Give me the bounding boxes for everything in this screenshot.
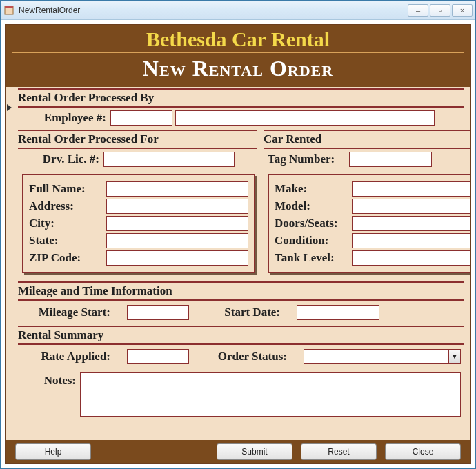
rate-applied-label: Rate Applied: bbox=[25, 350, 115, 363]
notes-input[interactable] bbox=[80, 372, 461, 417]
mileage-start-input[interactable] bbox=[127, 305, 189, 320]
mileage-start-label: Mileage Start: bbox=[25, 306, 115, 319]
tag-number-label: Tag Number: bbox=[268, 152, 349, 166]
maximize-button[interactable]: ▫ bbox=[430, 4, 450, 17]
city-input[interactable] bbox=[106, 216, 248, 231]
form-header: Bethesda Car Rental New Rental Order bbox=[6, 25, 470, 87]
make-label: Make: bbox=[275, 182, 352, 196]
close-button[interactable]: Close bbox=[385, 443, 461, 460]
condition-combo[interactable]: ▼ bbox=[352, 233, 470, 248]
minimize-button[interactable]: – bbox=[408, 4, 428, 17]
form-icon bbox=[3, 5, 14, 16]
customer-box: Full Name: Address: City: State: ZIP Cod… bbox=[22, 174, 255, 273]
order-status-combo[interactable]: ▼ bbox=[304, 349, 461, 364]
section-car-rented: Car Rented bbox=[264, 130, 470, 149]
record-selector-icon[interactable] bbox=[6, 103, 14, 112]
order-status-label: Order Status: bbox=[201, 350, 291, 363]
condition-label: Condition: bbox=[275, 234, 352, 248]
state-input[interactable] bbox=[106, 233, 248, 248]
doors-seats-input[interactable] bbox=[352, 216, 470, 231]
condition-input[interactable] bbox=[352, 233, 470, 248]
order-status-input[interactable] bbox=[304, 349, 448, 364]
tank-level-input[interactable] bbox=[352, 250, 470, 266]
tank-level-combo[interactable]: ▼ bbox=[352, 250, 470, 266]
help-button[interactable]: Help bbox=[15, 443, 91, 460]
chevron-down-icon[interactable]: ▼ bbox=[448, 349, 461, 364]
section-mileage: Mileage and Time Information bbox=[18, 281, 464, 301]
start-date-label: Start Date: bbox=[201, 306, 284, 319]
state-label: State: bbox=[29, 234, 106, 248]
form-body: Rental Order Processed By Employee #: Re… bbox=[6, 87, 470, 440]
form-title: New Rental Order bbox=[12, 56, 464, 81]
section-summary: Rental Summary bbox=[18, 326, 464, 345]
window-title: NewRentalOrder bbox=[19, 6, 408, 15]
drv-lic-label: Drv. Lic. #: bbox=[22, 152, 103, 166]
full-name-label: Full Name: bbox=[29, 182, 106, 196]
tag-number-input[interactable] bbox=[349, 152, 432, 167]
svg-rect-1 bbox=[5, 6, 13, 8]
employee-no-label: Employee #: bbox=[25, 111, 110, 125]
form-footer: Help Submit Reset Close bbox=[6, 440, 470, 463]
address-input[interactable] bbox=[106, 199, 248, 214]
zip-input[interactable] bbox=[106, 250, 248, 266]
make-input[interactable] bbox=[352, 181, 470, 197]
submit-button[interactable]: Submit bbox=[217, 443, 292, 460]
reset-button[interactable]: Reset bbox=[301, 443, 377, 460]
employee-no-input[interactable] bbox=[110, 110, 172, 126]
app-window: NewRentalOrder – ▫ × Bethesda Car Rental… bbox=[0, 0, 476, 469]
window-controls: – ▫ × bbox=[408, 4, 473, 17]
full-name-input[interactable] bbox=[106, 181, 248, 197]
close-window-button[interactable]: × bbox=[452, 4, 473, 17]
model-label: Model: bbox=[275, 199, 352, 213]
drv-lic-input[interactable] bbox=[103, 152, 235, 167]
notes-label: Notes: bbox=[21, 372, 80, 388]
rate-applied-input[interactable] bbox=[127, 349, 189, 364]
header-divider bbox=[12, 52, 464, 53]
titlebar: NewRentalOrder – ▫ × bbox=[1, 1, 475, 20]
section-processed-by: Rental Order Processed By bbox=[18, 88, 464, 108]
city-label: City: bbox=[29, 217, 106, 230]
company-title: Bethesda Car Rental bbox=[12, 28, 464, 51]
model-input[interactable] bbox=[352, 199, 470, 214]
address-label: Address: bbox=[29, 199, 106, 213]
section-processed-for: Rental Order Processed For bbox=[18, 130, 257, 149]
doors-seats-label: Doors/Seats: bbox=[275, 217, 352, 230]
zip-label: ZIP Code: bbox=[29, 251, 106, 265]
employee-name-input[interactable] bbox=[175, 110, 435, 126]
start-date-input[interactable] bbox=[297, 305, 379, 320]
car-box: Make: Model: Doors/Seats: Condition: ▼ T… bbox=[268, 174, 470, 273]
form-container: Bethesda Car Rental New Rental Order Ren… bbox=[5, 24, 471, 464]
client-area: Bethesda Car Rental New Rental Order Ren… bbox=[1, 20, 475, 468]
tank-level-label: Tank Level: bbox=[275, 251, 352, 265]
